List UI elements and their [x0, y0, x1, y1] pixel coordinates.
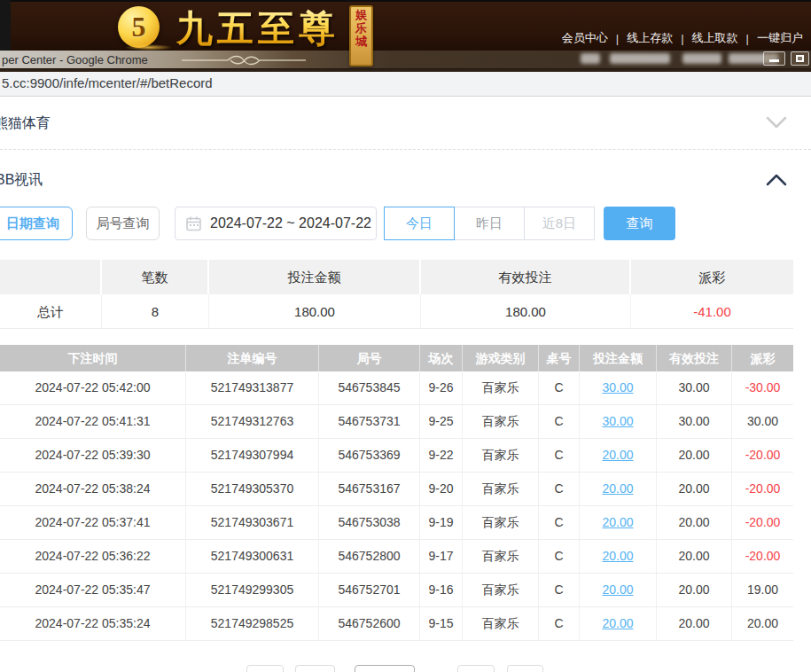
date-range-input[interactable]: 2024-07-22 ~ 2024-07-22 — [175, 207, 377, 240]
today-button[interactable]: 今日 — [384, 207, 455, 240]
cell-bet-time: 2024-07-22 05:35:24 — [0, 607, 186, 640]
cell-round-number: 546752701 — [319, 574, 420, 606]
bet-amount-link[interactable]: 20.00 — [602, 481, 633, 496]
redacted-text — [610, 53, 670, 64]
section-panda-sports[interactable]: 熊猫体育 — [0, 108, 811, 140]
swirl-decoration-icon — [182, 54, 306, 66]
cell-game-type: 百家乐 — [463, 405, 539, 438]
bet-amount-link[interactable]: 20.00 — [602, 616, 633, 630]
cell-table-number: C — [539, 607, 580, 640]
cell-payout: -20.00 — [732, 540, 793, 573]
badge-char: 城 — [355, 35, 367, 48]
column-header: 桌号 — [539, 345, 580, 371]
pagination-button[interactable] — [295, 665, 335, 672]
summary-total-row: 总计 8 180.00 180.00 -41.00 — [0, 294, 793, 329]
bet-amount-link[interactable]: 30.00 — [602, 414, 633, 428]
minimize-icon — [769, 59, 779, 62]
cell-payout: 20.00 — [732, 607, 793, 640]
badge-char: 乐 — [355, 21, 367, 35]
column-header: 投注金额 — [580, 345, 657, 371]
bet-table-body: 2024-07-22 05:42:00 521749313877 5467538… — [0, 371, 793, 641]
pagination-button[interactable] — [355, 665, 415, 672]
cell-payout: -30.00 — [732, 371, 793, 404]
summary-bet-amount-value: 180.00 — [209, 294, 421, 328]
pagination-button[interactable] — [507, 665, 543, 672]
cell-round-number: 546753167 — [319, 473, 420, 505]
cell-bet-number: 521749300631 — [186, 540, 319, 573]
section-bb-video[interactable]: BB视讯 — [0, 165, 811, 197]
pagination-button[interactable] — [457, 665, 495, 672]
summary-valid-bet-value: 180.00 — [421, 294, 631, 328]
nav-link-2[interactable]: 线上取款 — [684, 30, 746, 46]
section-bb-label: BB视讯 — [0, 171, 43, 190]
badge-char: 娱 — [355, 8, 367, 21]
cell-valid-bet: 20.00 — [657, 540, 732, 573]
bet-amount-link[interactable]: 20.00 — [602, 549, 633, 563]
cell-bet-number: 521749312763 — [186, 405, 319, 438]
bet-amount-link[interactable]: 30.00 — [602, 380, 633, 395]
summary-total-label: 总计 — [0, 294, 102, 328]
banner-top-strip — [0, 0, 811, 2]
cell-bet-number: 521749305370 — [186, 473, 319, 505]
maximize-button[interactable] — [791, 51, 809, 66]
cell-valid-bet: 20.00 — [657, 439, 732, 472]
table-row: 2024-07-22 05:35:24 521749298525 5467526… — [0, 607, 793, 641]
yesterday-button[interactable]: 昨日 — [454, 207, 525, 240]
cell-bet-number: 521749299305 — [186, 574, 319, 606]
cell-bet-time: 2024-07-22 05:42:00 — [0, 371, 186, 404]
summary-header-valid-bet: 有效投注 — [421, 260, 631, 294]
cell-round-number: 546752600 — [319, 607, 420, 640]
cell-game-type: 百家乐 — [463, 473, 539, 505]
cell-bet-amount: 20.00 — [580, 439, 657, 472]
cell-round-number: 546753845 — [319, 371, 420, 404]
last-8-days-button[interactable]: 近8日 — [524, 207, 595, 240]
cell-bet-number: 521749313877 — [186, 371, 319, 404]
window-title: per Center - Google Chrome — [2, 53, 148, 66]
cell-valid-bet: 30.00 — [657, 371, 732, 404]
nav-link-3[interactable]: 一键归户 — [749, 30, 811, 46]
summary-header-count: 笔数 — [102, 260, 209, 294]
bet-record-table: 下注时间注单编号局号场次游戏类别桌号投注金额有效投注派彩 2024-07-22 … — [0, 345, 793, 641]
cell-bet-time: 2024-07-22 05:37:41 — [0, 506, 186, 539]
cell-bet-time: 2024-07-22 05:39:30 — [0, 439, 186, 472]
date-query-button[interactable]: 日期查询 — [0, 207, 73, 240]
bet-amount-link[interactable]: 20.00 — [602, 582, 633, 597]
cell-bet-amount: 20.00 — [580, 607, 657, 640]
table-row: 2024-07-22 05:35:47 521749299305 5467527… — [0, 574, 793, 607]
pagination-button[interactable] — [246, 665, 284, 672]
cell-round-number: 546752800 — [319, 540, 420, 573]
logo-glow-decoration — [124, 44, 173, 51]
summary-table: 笔数 投注金额 有效投注 派彩 总计 8 180.00 180.00 -41.0… — [0, 260, 793, 329]
round-query-button[interactable]: 局号查询 — [86, 207, 160, 240]
bet-amount-link[interactable]: 20.00 — [602, 515, 633, 529]
nav-link-0[interactable]: 会员中心 — [554, 30, 616, 46]
cell-table-number: C — [539, 506, 580, 539]
casino-logo-icon: 5 — [118, 6, 160, 48]
cell-session: 9-17 — [420, 540, 463, 573]
cell-valid-bet: 20.00 — [657, 506, 732, 539]
column-header: 局号 — [319, 345, 420, 371]
cell-round-number: 546753731 — [319, 405, 420, 438]
cell-session: 9-20 — [420, 473, 463, 505]
cell-session: 9-15 — [420, 607, 463, 640]
cell-payout: 30.00 — [732, 405, 793, 438]
screen: 5 九五至尊 会员中心|线上存款|线上取款|一键归户 娱 乐 城 per Cen… — [0, 0, 811, 672]
nav-link-1[interactable]: 线上存款 — [619, 30, 681, 46]
cell-table-number: C — [539, 574, 580, 606]
cell-bet-amount: 20.00 — [580, 540, 657, 573]
cell-valid-bet: 20.00 — [657, 473, 732, 505]
url-text: 5.cc:9900/infe/mcenter/#/betRecord — [2, 75, 213, 90]
bet-amount-link[interactable]: 20.00 — [602, 448, 633, 462]
column-header: 下注时间 — [0, 345, 186, 371]
cell-bet-number: 521749303671 — [186, 506, 319, 539]
table-row: 2024-07-22 05:42:00 521749313877 5467538… — [0, 371, 793, 405]
summary-payout-value: -41.00 — [631, 294, 793, 328]
maximize-icon — [796, 55, 804, 62]
chevron-up-icon[interactable] — [766, 173, 787, 186]
cell-bet-amount: 30.00 — [580, 405, 657, 438]
table-row: 2024-07-22 05:38:24 521749305370 5467531… — [0, 473, 793, 506]
minimize-button[interactable] — [763, 51, 785, 66]
cell-game-type: 百家乐 — [463, 574, 539, 606]
chevron-down-icon[interactable] — [766, 116, 787, 129]
search-button[interactable]: 查询 — [604, 207, 675, 240]
